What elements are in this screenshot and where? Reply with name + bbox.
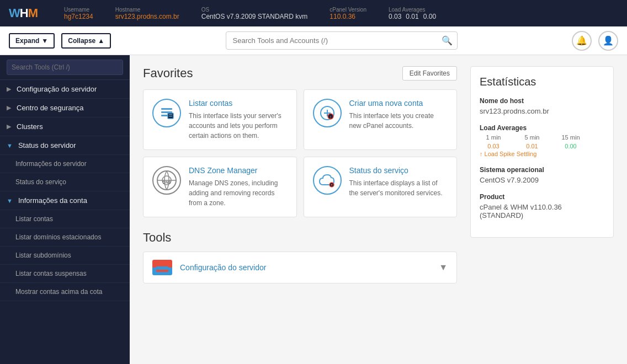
sidebar-item-listar-suspensas[interactable]: Listar contas suspensas [0,265,130,283]
sidebar-item-clusters[interactable]: ▶ Clusters [0,117,130,136]
sidebar-item-listar-contas[interactable]: Listar contas [0,210,130,228]
fav-card-dns[interactable]: DNS DNS Zone Manager Manage DNS zones, i… [143,157,297,217]
username-meta: Username hg7c1234 [64,7,93,20]
main-layout: ▶ Configuração do servidor ▶ Centro de s… [0,55,627,364]
sidebar-item-label: Listar contas [15,215,53,223]
stat-product: Product cPanel & WHM v110.0.36 (STANDARD… [480,193,604,220]
fav-card-status-servico[interactable]: Status do serviço This interface display… [304,157,458,217]
arrow-icon: ▶ [7,104,11,111]
collapse-button[interactable]: Collapse ▲ [61,33,111,49]
sidebar-item-configuracao[interactable]: ▶ Configuração do servidor [0,80,130,99]
sidebar-item-label: Informações do servidor [15,160,87,168]
sidebar-item-label: Status do serviço [15,178,66,186]
sidebar-item-info-conta[interactable]: ▼ Informações da conta [0,191,130,210]
sidebar-item-label: Listar subdomínios [15,251,71,259]
hostname-meta: Hostname srv123.prodns.com.br [115,7,179,20]
search-input[interactable] [231,32,442,49]
logo: WHM [9,6,38,20]
content: Favorites Edit Favorites [130,55,627,364]
stats-title: Estatísticas [480,76,604,88]
dns-icon: DNS [152,166,181,195]
stats-sidebar: Estatísticas Nome do host srv123.prodns.… [470,66,614,353]
fav-title: Criar uma nova conta [349,99,448,108]
arrow-icon: ▶ [7,85,11,93]
svg-rect-4 [169,114,172,115]
load-1min-label: 1 min [480,134,507,141]
cpanel-meta: cPanel Version 110.0.36 [330,7,366,20]
tools-card-label: Configuração do servidor [180,263,266,272]
content-main: Favorites Edit Favorites [143,66,457,353]
stat-hostname: Nome do host srv123.prodns.com.br [480,97,604,115]
arrow-icon: ▼ [7,197,13,204]
second-bar: Expand ▼ Collapse ▲ 🔍 🔔 👤 [0,26,627,55]
sidebar-item-label: Listar domínios estacionados [15,233,101,241]
stats-panel: Estatísticas Nome do host srv123.prodns.… [470,66,614,238]
favorites-header: Favorites Edit Favorites [143,66,457,81]
expand-button[interactable]: Expand ▼ [9,33,55,49]
edit-favorites-button[interactable]: Edit Favorites [402,66,457,81]
sidebar-item-status-servidor[interactable]: ▼ Status do servidor [0,136,130,155]
load-5min-value: 0.01 [518,143,546,149]
tools-title: Tools [143,231,457,245]
expand-icon: ▼ [439,263,448,272]
os-meta: OS CentOS v7.9.2009 STANDARD kvm [201,7,308,20]
fav-title: Listar contas [189,99,288,108]
load-spike: ↑ Load Spike Settling [480,151,604,157]
sidebar-scroll: ▶ Configuração do servidor ▶ Centro de s… [0,80,130,364]
sidebar-item-label: Listar contas suspensas [15,270,87,277]
svg-rect-5 [169,116,172,117]
fav-description: This interface displays a list of the se… [349,178,448,198]
sidebar-item-label: Informações da conta [18,196,87,205]
load-15min-label: 15 min [557,134,585,141]
top-bar-meta: Username hg7c1234 Hostname srv123.prodns… [64,7,618,20]
search-bar: 🔍 [226,31,458,50]
notifications-button[interactable]: 🔔 [572,31,592,51]
sidebar-search-input[interactable] [7,60,123,75]
sidebar-item-label: Status do servidor [18,141,76,149]
fav-description: This interface lets you create new cPane… [349,111,448,131]
stat-load: Load Averages 1 min 5 min 15 min 0.03 0.… [480,124,604,157]
svg-text:DNS: DNS [163,180,171,184]
load-meta: Load Averages 0.03 0.01 0.00 [389,7,436,20]
sidebar-search-container [0,55,130,80]
sidebar-item-listar-subdominios[interactable]: Listar subdomínios [0,247,130,265]
svg-rect-0 [161,108,172,110]
svg-point-16 [331,184,332,186]
sidebar-item-info-servidor[interactable]: Informações do servidor [0,155,130,173]
sidebar-item-seguranca[interactable]: ▶ Centro de segurança [0,99,130,117]
favorites-title: Favorites [143,66,193,81]
tools-section: Tools Configuração do servidor ▼ [143,231,457,283]
favorites-grid: Listar contas This interface lists your … [143,89,457,217]
sidebar-item-label: Mostrar contas acima da cota [15,288,102,296]
user-profile-button[interactable]: 👤 [598,31,618,51]
sidebar-item-listar-dominios[interactable]: Listar domínios estacionados [0,228,130,247]
stat-os: Sistema operacional CentOS v7.9.2009 [480,166,604,184]
sidebar-item-label: Clusters [17,122,43,131]
sidebar-item-label: Configuração do servidor [17,85,97,93]
fav-content: Criar uma nova conta This interface lets… [349,99,448,141]
fav-title: Status do serviço [349,166,448,175]
fav-description: Manage DNS zones, including adding and r… [189,178,288,208]
sidebar-item-status-servico-sub[interactable]: Status do serviço [0,173,130,191]
top-bar: WHM Username hg7c1234 Hostname srv123.pr… [0,0,627,26]
load-5min-label: 5 min [518,134,546,141]
search-bar-container: 🔍 [118,31,565,50]
server-config-icon [152,260,172,275]
fav-card-listar-contas[interactable]: Listar contas This interface lists your … [143,89,297,150]
list-icon [152,99,181,127]
svg-text:!: ! [330,115,331,119]
fav-description: This interface lists your server's accou… [189,111,288,141]
add-icon: ! [313,99,342,127]
load-1min-value: 0.03 [480,143,507,149]
fav-content: Status do serviço This interface display… [349,166,448,208]
arrow-icon: ▼ [7,142,13,149]
sidebar-item-mostrar-cota[interactable]: Mostrar contas acima da cota [0,283,130,301]
fav-title: DNS Zone Manager [189,166,288,175]
tools-card-configuracao[interactable]: Configuração do servidor ▼ [143,251,457,283]
fav-card-criar-conta[interactable]: ! Criar uma nova conta This interface le… [304,89,458,150]
load-15min-value: 0.00 [557,143,585,149]
arrow-icon: ▶ [7,123,11,130]
sidebar: ▶ Configuração do servidor ▶ Centro de s… [0,55,130,364]
fav-content: DNS Zone Manager Manage DNS zones, inclu… [189,166,288,208]
search-icon[interactable]: 🔍 [442,35,453,46]
